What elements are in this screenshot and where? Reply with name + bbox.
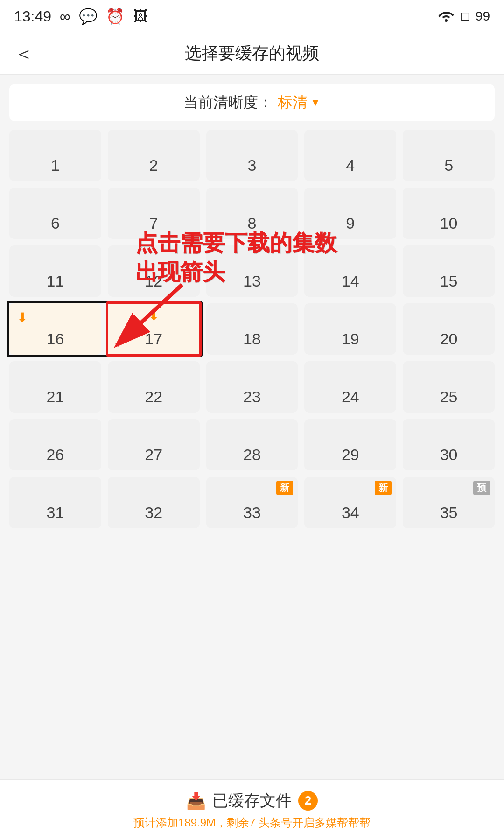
episode-number: 15	[440, 272, 458, 290]
quality-bar[interactable]: 当前清晰度： 标清 ▼	[9, 84, 495, 121]
episode-cell-35[interactable]: 预35	[403, 477, 495, 528]
quality-text: 标清	[278, 92, 308, 113]
episode-cell-33[interactable]: 新33	[206, 477, 298, 528]
episode-number: 3	[248, 156, 257, 175]
episode-cell-21[interactable]: 21	[9, 361, 101, 413]
badge-preview: 预	[473, 481, 490, 495]
episode-cell-20[interactable]: 20	[403, 303, 495, 355]
status-icon-wifi	[438, 8, 455, 25]
episode-cell-22[interactable]: 22	[108, 361, 200, 413]
status-icon-clock: ⏰	[106, 7, 125, 25]
download-icon-small: ⬇	[17, 310, 28, 325]
badge-new: 新	[375, 481, 392, 495]
status-battery: 99	[476, 9, 490, 24]
download-icon-highlighted: ⬇	[148, 307, 160, 323]
episode-number: 11	[46, 272, 64, 290]
episode-cell-5[interactable]: 5	[403, 130, 495, 181]
bottom-sub-text: 预计添加189.9M，剩余7 头条号开启多媒帮帮帮	[133, 815, 371, 830]
episode-cell-1[interactable]: 1	[9, 130, 101, 181]
episode-cell-27[interactable]: 27	[108, 419, 200, 470]
episode-number: 14	[342, 272, 359, 290]
bottom-main-row: 📥 已缓存文件 2	[186, 790, 318, 812]
episode-cell-28[interactable]: 28	[206, 419, 298, 470]
episode-number: 33	[243, 504, 261, 522]
episode-cell-32[interactable]: 32	[108, 477, 200, 528]
episode-number: 18	[243, 330, 261, 348]
episode-number: 2	[149, 156, 158, 175]
episode-number: 5	[444, 156, 453, 175]
episode-number: 30	[440, 446, 458, 464]
episode-number: 6	[51, 214, 60, 232]
episode-number: 9	[346, 214, 355, 232]
episode-number: 23	[243, 388, 261, 406]
episode-cell-23[interactable]: 23	[206, 361, 298, 413]
episode-cell-29[interactable]: 29	[304, 419, 396, 470]
episode-cell-34[interactable]: 新34	[304, 477, 396, 528]
episode-number: 24	[342, 388, 359, 406]
episode-number: 17	[145, 330, 162, 348]
page-title: 选择要缓存的视频	[185, 42, 319, 65]
status-bar: 13:49 ∞ 💬 ⏰ 🖼 □ 99	[0, 0, 504, 33]
episode-cell-30[interactable]: 30	[403, 419, 495, 470]
episode-number: 10	[440, 214, 458, 232]
episode-number: 27	[145, 446, 162, 464]
cache-icon: 📥	[186, 791, 206, 810]
episode-number: 35	[440, 504, 458, 522]
episode-number: 31	[46, 504, 64, 522]
episode-number: 26	[46, 446, 64, 464]
badge-new: 新	[276, 481, 293, 495]
cache-count-badge: 2	[298, 791, 318, 811]
episode-cell-10[interactable]: 10	[403, 188, 495, 239]
status-right: □ 99	[438, 8, 490, 25]
episode-number: 32	[145, 504, 162, 522]
status-left: 13:49 ∞ 💬 ⏰ 🖼	[14, 7, 148, 25]
annotation-text: 点击需要下载的集数出现箭头	[135, 229, 337, 287]
back-button[interactable]: ＜	[14, 41, 34, 67]
episode-cell-31[interactable]: 31	[9, 477, 101, 528]
status-icon-image: 🖼	[133, 8, 148, 25]
status-icon-signal: ∞	[60, 8, 70, 25]
episode-number: 21	[46, 388, 64, 406]
episode-grid: 123456789101112131415⬇16⬇171819202122232…	[0, 121, 504, 537]
quality-label: 当前清晰度：	[183, 92, 273, 113]
episode-number: 20	[440, 330, 458, 348]
episode-number: 22	[145, 388, 162, 406]
status-icon-square: □	[461, 9, 469, 24]
status-time: 13:49	[14, 8, 51, 25]
episode-cell-24[interactable]: 24	[304, 361, 396, 413]
episode-cell-18[interactable]: 18	[206, 303, 298, 355]
episode-cell-2[interactable]: 2	[108, 130, 200, 181]
quality-dropdown-arrow: ▼	[310, 97, 321, 109]
episode-number: 1	[51, 156, 60, 175]
header: ＜ 选择要缓存的视频	[0, 33, 504, 75]
bottom-bar: 📥 已缓存文件 2 预计添加189.9M，剩余7 头条号开启多媒帮帮帮	[0, 779, 504, 840]
quality-value[interactable]: 标清 ▼	[278, 92, 321, 113]
episode-number: 16	[46, 330, 64, 348]
episode-cell-19[interactable]: 19	[304, 303, 396, 355]
episode-number: 19	[342, 330, 359, 348]
status-icon-message: 💬	[79, 7, 98, 25]
episode-cell-3[interactable]: 3	[206, 130, 298, 181]
episode-number: 34	[342, 504, 359, 522]
episode-number: 29	[342, 446, 359, 464]
episode-cell-4[interactable]: 4	[304, 130, 396, 181]
episode-cell-15[interactable]: 15	[403, 245, 495, 297]
episode-cell-17[interactable]: ⬇17	[108, 303, 200, 355]
cache-label: 已缓存文件	[212, 790, 292, 812]
episode-cell-6[interactable]: 6	[9, 188, 101, 239]
episode-cell-11[interactable]: 11	[9, 245, 101, 297]
bottom-highlight: 头条号开启多媒帮帮帮	[259, 816, 371, 829]
episode-cell-16[interactable]: ⬇16	[9, 303, 101, 355]
episode-cell-25[interactable]: 25	[403, 361, 495, 413]
episode-number: 28	[243, 446, 261, 464]
episode-cell-26[interactable]: 26	[9, 419, 101, 470]
episode-number: 25	[440, 388, 458, 406]
episode-number: 4	[346, 156, 355, 175]
